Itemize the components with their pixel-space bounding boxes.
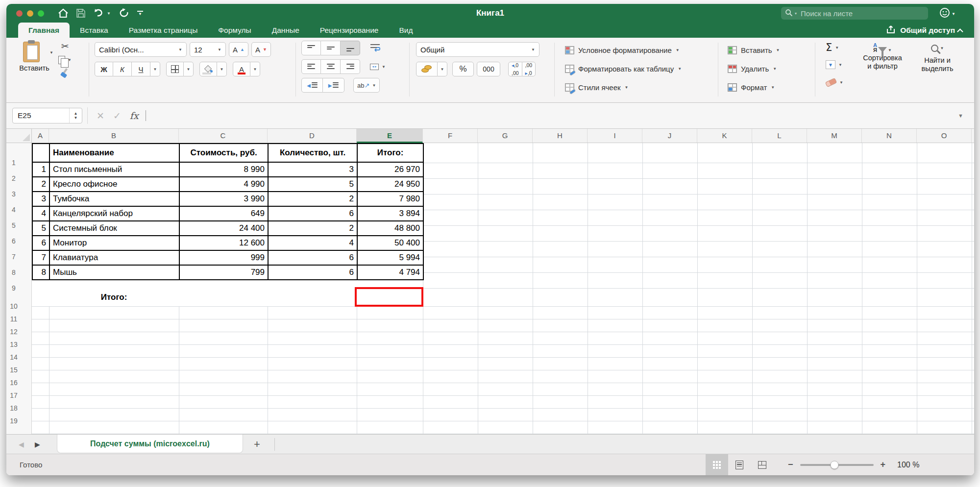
cell-price[interactable]: 8 990 — [179, 162, 268, 177]
cell-price[interactable]: 999 — [179, 250, 268, 265]
row-header-10[interactable]: 10 — [6, 302, 21, 310]
cell-n[interactable]: 1 — [32, 162, 49, 177]
add-sheet-button[interactable]: + — [254, 435, 260, 454]
cell-qty[interactable]: 6 — [268, 250, 357, 265]
orientation-button[interactable]: ab↗ ▼ — [353, 78, 380, 93]
cell-n[interactable]: 5 — [32, 221, 49, 236]
share-button[interactable]: Общий доступ — [886, 25, 963, 36]
total-row-label[interactable]: Итого: — [49, 288, 179, 306]
percent-format-button[interactable]: % — [452, 62, 474, 76]
cell-price[interactable]: 3 990 — [179, 192, 268, 206]
zoom-in-button[interactable]: + — [881, 460, 886, 470]
cell-n[interactable]: 6 — [32, 236, 49, 250]
column-header-g[interactable]: G — [478, 129, 533, 143]
cell-total[interactable]: 50 400 — [357, 236, 423, 250]
cell-qty[interactable]: 5 — [268, 177, 357, 192]
column-header-f[interactable]: F — [423, 129, 478, 143]
normal-view-button[interactable] — [706, 454, 728, 475]
zoom-slider-thumb[interactable] — [831, 461, 839, 469]
column-header-a[interactable]: A — [32, 129, 49, 143]
column-header-i[interactable]: I — [588, 129, 642, 143]
italic-button[interactable]: К — [113, 62, 132, 76]
row-header-18[interactable]: 18 — [6, 404, 21, 412]
increase-font-button[interactable]: A▲ — [229, 42, 248, 57]
active-sheet-tab[interactable]: Подсчет суммы (microexcel.ru) — [57, 435, 243, 453]
cancel-entry-icon[interactable]: ✕ — [97, 110, 104, 122]
format-cells-button[interactable]: Формат▼ — [728, 80, 775, 95]
column-header-e-selected[interactable]: E — [357, 129, 423, 143]
cell-name[interactable]: Монитор — [49, 236, 179, 250]
align-right-button[interactable] — [341, 59, 360, 74]
cell-name[interactable]: Мышь — [49, 265, 179, 280]
cell-total[interactable]: 4 794 — [357, 265, 423, 280]
cell-qty[interactable]: 2 — [268, 221, 357, 236]
close-window-button[interactable] — [16, 10, 23, 17]
tab-data[interactable]: Данные — [262, 23, 310, 38]
column-header-j[interactable]: J — [642, 129, 697, 143]
row-header-7[interactable]: 7 — [6, 253, 21, 261]
row-header-15[interactable]: 15 — [6, 366, 21, 374]
font-color-dropdown-icon[interactable]: ▼ — [250, 62, 260, 76]
cell-name[interactable]: Тумбочка — [49, 192, 179, 206]
merge-dropdown-icon[interactable]: ▼ — [382, 65, 386, 69]
tab-page-layout[interactable]: Разметка страницы — [119, 23, 208, 38]
minimize-window-button[interactable] — [27, 10, 33, 17]
cell-total[interactable]: 5 994 — [357, 250, 423, 265]
page-layout-view-button[interactable] — [728, 454, 751, 475]
insert-function-icon[interactable]: fx — [130, 110, 139, 121]
align-center-button[interactable] — [321, 59, 341, 74]
search-input[interactable]: ▾ Поиск на листе — [781, 7, 928, 20]
column-header-h[interactable]: H — [533, 129, 588, 143]
undo-dropdown-icon[interactable]: ▼ — [107, 11, 111, 16]
cell-price[interactable]: 24 400 — [179, 221, 268, 236]
delete-cells-button[interactable]: Удалить▼ — [728, 61, 777, 76]
underline-dropdown-icon[interactable]: ▼ — [150, 62, 160, 76]
customize-toolbar-icon[interactable]: ▼ — [137, 11, 143, 16]
comma-format-button[interactable]: 000 — [477, 62, 500, 76]
row-header-1[interactable]: 1 — [6, 159, 21, 167]
zoom-out-button[interactable]: − — [788, 460, 793, 470]
borders-button[interactable] — [166, 62, 184, 76]
cell-name[interactable]: Кресло офисное — [49, 177, 179, 192]
format-as-table-button[interactable]: Форматировать как таблицу▼ — [565, 61, 682, 76]
cell-price[interactable]: 649 — [179, 206, 268, 221]
bold-button[interactable]: Ж — [95, 62, 113, 76]
selected-total-cell-red-highlight[interactable] — [355, 287, 423, 307]
cell-price[interactable]: 799 — [179, 265, 268, 280]
cell-n[interactable]: 7 — [32, 250, 49, 265]
name-box[interactable]: E25 ▲▼ — [12, 108, 82, 123]
cell-n[interactable]: 2 — [32, 177, 49, 192]
row-header-3[interactable]: 3 — [6, 190, 21, 198]
clear-button[interactable] — [825, 78, 837, 87]
select-all-corner[interactable] — [6, 129, 32, 143]
column-header-b[interactable]: B — [49, 129, 179, 143]
page-break-view-button[interactable] — [751, 454, 773, 475]
redo-icon[interactable] — [119, 8, 129, 18]
align-top-button[interactable] — [301, 41, 321, 55]
header-price[interactable]: Стоимость, руб. — [179, 144, 268, 162]
previous-sheet-icon[interactable]: ◀ — [19, 435, 24, 454]
sheet-grid[interactable]: A B C D E F G H I J K L M N O 1 2 3 4 5 … — [6, 129, 974, 434]
tab-insert[interactable]: Вставка — [70, 23, 119, 38]
cell-qty[interactable]: 3 — [268, 162, 357, 177]
decrease-indent-button[interactable]: ◀ — [301, 78, 323, 93]
row-header-16[interactable]: 16 — [6, 379, 21, 387]
search-scope-chevron-icon[interactable]: ▾ — [795, 11, 797, 16]
row-header-12[interactable]: 12 — [6, 328, 21, 336]
currency-dropdown-icon[interactable]: ▼ — [438, 62, 447, 76]
column-header-m[interactable]: M — [807, 129, 862, 143]
save-icon[interactable] — [76, 9, 85, 18]
increase-indent-button[interactable]: ▶ — [323, 78, 344, 93]
insert-cells-button[interactable]: Вставить▼ — [728, 43, 780, 57]
align-left-button[interactable] — [301, 59, 321, 74]
cell-qty[interactable]: 4 — [268, 236, 357, 250]
row-header-8[interactable]: 8 — [6, 268, 21, 276]
cell-qty[interactable]: 6 — [268, 206, 357, 221]
cell-n[interactable]: 8 — [32, 265, 49, 280]
currency-format-button[interactable] — [416, 62, 438, 76]
cell-total[interactable]: 24 950 — [357, 177, 423, 192]
cell-name[interactable]: Системный блок — [49, 221, 179, 236]
row-header-17[interactable]: 17 — [6, 391, 21, 399]
row-header-11[interactable]: 11 — [6, 315, 21, 323]
autosum-button[interactable]: Σ — [826, 42, 832, 53]
